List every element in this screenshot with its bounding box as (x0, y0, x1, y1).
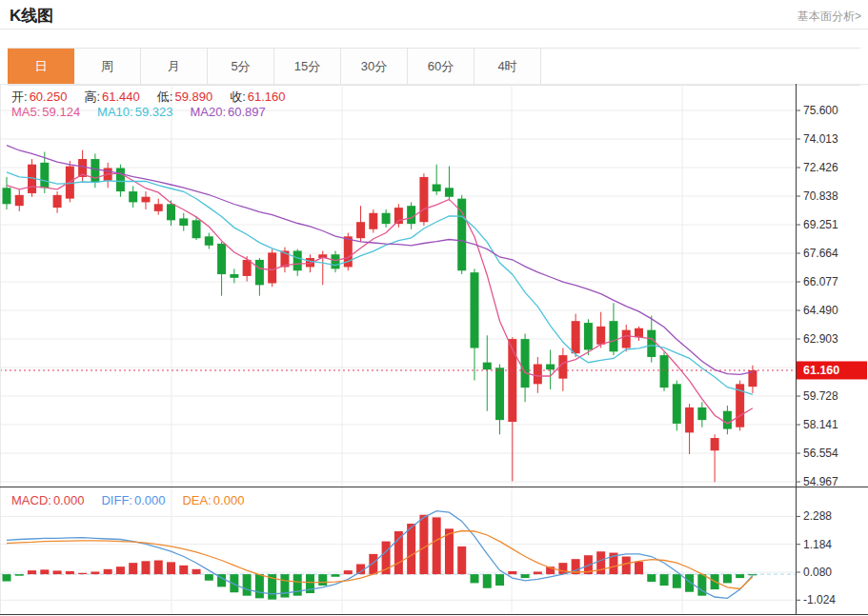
ma10-line (7, 172, 753, 395)
candle-body (205, 236, 213, 245)
candle-body (673, 384, 681, 424)
candle-body (116, 168, 125, 191)
macd-bar (332, 574, 340, 577)
candle-body (697, 407, 706, 420)
candle-body (596, 327, 605, 345)
price-axis-label: 75.600 (803, 104, 838, 117)
candle-body (723, 411, 732, 429)
candle-body (154, 204, 163, 211)
candle-body (141, 197, 150, 203)
candle-body (192, 220, 201, 238)
macd-axis-label: 1.184 (803, 538, 832, 551)
price-axis-label: 69.251 (803, 218, 838, 231)
price-axis-label: 64.490 (803, 304, 838, 317)
macd-bar (141, 561, 150, 574)
candle-body (622, 330, 631, 348)
macd-bar (344, 570, 353, 574)
macd-bar (457, 546, 466, 574)
price-axis-label: 67.664 (803, 247, 838, 260)
price-axis-label: 62.903 (803, 332, 838, 346)
macd-bar (243, 574, 252, 596)
price-axis-label: 66.077 (803, 275, 838, 288)
candle-body (546, 365, 555, 370)
macd-bar (736, 574, 744, 578)
macd-legend: MACD:0.000DIFF:0.000DEA:0.000 (11, 493, 261, 507)
macd-bar (53, 570, 62, 574)
macd-bar (28, 570, 36, 574)
candle-body (495, 368, 504, 420)
macd-item: DEA:0.000 (182, 493, 244, 507)
macd-bar (534, 571, 542, 574)
candle-body (407, 206, 415, 224)
macd-bar (280, 574, 289, 597)
macd-bar (394, 531, 403, 574)
macd-item: MACD:0.000 (11, 493, 84, 507)
price-axis-label: 74.013 (803, 132, 838, 146)
candle-body (685, 407, 694, 432)
candle-body (243, 260, 252, 276)
ma-item: MA20:60.897 (190, 105, 265, 119)
macd-bar (748, 574, 757, 575)
macd-bar (15, 574, 24, 576)
price-axis-label: 56.554 (803, 447, 838, 460)
price-axis-label: 70.838 (803, 189, 838, 203)
ohlc-item: 低:59.890 (157, 89, 212, 104)
macd-axis-label: -1.024 (803, 593, 836, 606)
macd-bar (318, 574, 327, 586)
macd-bar (596, 551, 605, 574)
kline-panel: K线图 基本面分析> 日周月5分15分30分60分4时 开:60.250高:61… (0, 0, 868, 616)
candle-body (572, 321, 580, 353)
candle-body (217, 244, 226, 274)
macd-bar (40, 569, 49, 574)
candle-body (40, 163, 49, 188)
candle-body (508, 339, 516, 422)
price-axis-label: 72.426 (803, 161, 838, 174)
candle-body (15, 195, 24, 206)
macd-bar (104, 569, 112, 574)
macd-bar (167, 562, 175, 574)
ohlc-item: 收:61.160 (230, 89, 285, 104)
macd-bar (660, 574, 669, 586)
macd-bar (78, 573, 87, 574)
macd-bar (521, 574, 530, 578)
macd-bar (558, 563, 567, 574)
macd-bar (419, 515, 428, 574)
candle-body (470, 272, 478, 348)
macd-bar (685, 574, 694, 592)
candle-body (167, 204, 175, 220)
macd-bar (622, 557, 631, 575)
candle-body (356, 222, 365, 238)
candle-body (3, 188, 11, 204)
macd-bar (205, 574, 213, 581)
ohlc-item: 高:61.440 (84, 89, 139, 104)
candle-body (534, 365, 542, 385)
current-price-tag-label: 61.160 (803, 364, 839, 377)
candle-body (369, 213, 377, 229)
candle-body (711, 438, 719, 450)
candle-body (647, 330, 656, 357)
candle-body (53, 195, 62, 208)
candle-body (179, 218, 188, 226)
price-axis-label: 58.141 (803, 418, 838, 431)
macd-bar (407, 524, 415, 574)
ma5-line (7, 173, 753, 424)
macd-axis-label: 2.288 (803, 509, 832, 523)
ohlc-item: 开:60.250 (11, 89, 67, 104)
price-axis-label: 59.728 (803, 389, 838, 403)
candle-body (91, 159, 99, 183)
macd-item: DIFF:0.000 (101, 493, 165, 507)
macd-bar (255, 574, 264, 598)
macd-bar (293, 574, 302, 596)
macd-bar (508, 571, 516, 574)
macd-bar (433, 517, 441, 574)
candle-body (293, 250, 302, 270)
ohlc-legend: 开:60.250高:61.440低:59.890收:61.160 (11, 89, 303, 106)
candle-body (445, 188, 454, 196)
candle-body (332, 254, 340, 268)
candle-body (230, 274, 238, 278)
candle-body (609, 321, 617, 351)
macd-bar (495, 574, 504, 586)
candle-body (419, 177, 428, 222)
diff-line (7, 511, 753, 599)
macd-bar (66, 571, 74, 574)
